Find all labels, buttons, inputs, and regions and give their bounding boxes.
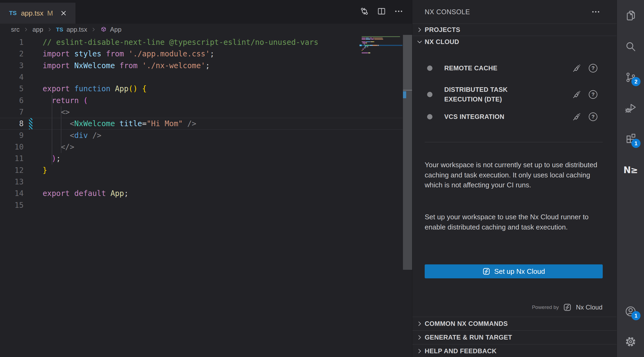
code-line: 10 </>	[0, 141, 403, 153]
divider	[425, 142, 603, 142]
search-icon	[624, 40, 637, 53]
code-line: 11 );	[0, 153, 403, 164]
activity-item-extensions[interactable]: 1	[617, 130, 644, 148]
breadcrumb-folder[interactable]: src	[11, 26, 20, 33]
line-number: 6	[0, 95, 24, 106]
cloud-feature-label: DISTRIBUTED TASK EXECUTION (DTE)	[444, 85, 535, 104]
connect-icon[interactable]	[572, 90, 581, 99]
code-line-text[interactable]: // eslint-disable-next-line @typescript-…	[43, 37, 318, 48]
minimap-line	[362, 51, 402, 52]
more-actions-icon[interactable]	[590, 6, 601, 17]
nx-cloud-icon	[482, 267, 490, 275]
activity-item-settings[interactable]	[617, 332, 644, 351]
chevron-right-icon	[416, 348, 423, 355]
code-line-text[interactable]: </>	[43, 141, 74, 153]
minimap-line	[362, 39, 402, 39]
code-line-text[interactable]: <div />	[43, 130, 101, 141]
activity-item-accounts[interactable]: 1	[617, 302, 644, 321]
line-number: 13	[0, 176, 24, 188]
code-line-text[interactable]: <>	[43, 106, 70, 118]
status-dot-icon	[427, 114, 432, 119]
minimap-line	[362, 40, 402, 41]
powered-by: Powered by Nx Cloud	[532, 300, 602, 315]
code-line-text[interactable]: <NxWelcome title="Hi Mom" />	[43, 118, 196, 129]
code-line-text[interactable]: import NxWelcome from './nx-welcome';	[43, 60, 210, 71]
activity-item-source-control[interactable]: 2	[617, 68, 644, 87]
scrollbar-divider	[403, 90, 412, 90]
connect-icon[interactable]	[572, 112, 581, 121]
code-line: 9 <div />	[0, 130, 403, 141]
indent-guide	[52, 95, 52, 165]
help-icon[interactable]: ?	[589, 112, 597, 121]
code-line-text[interactable]: return (	[43, 95, 88, 106]
chevron-right-icon	[416, 26, 423, 33]
activity-item-explorer[interactable]	[617, 6, 644, 25]
close-icon[interactable]	[59, 9, 68, 18]
nx-cloud-logo-icon	[563, 303, 572, 312]
activity-item-search[interactable]	[617, 37, 644, 56]
more-actions-icon[interactable]	[393, 6, 404, 17]
line-number: 2	[0, 48, 24, 60]
minimap-line	[362, 46, 402, 47]
setup-hint-text: Set up your workspace to use the Nx Clou…	[425, 212, 605, 232]
line-number: 9	[0, 130, 24, 141]
section-nx-cloud[interactable]: NX CLOUD	[412, 36, 617, 48]
code-line: 4	[0, 71, 403, 83]
minimap-line	[362, 45, 402, 46]
cloud-feature-row[interactable]: DISTRIBUTED TASK EXECUTION (DTE)?	[412, 81, 617, 108]
settings-icon	[624, 336, 637, 348]
line-number: 7	[0, 106, 24, 118]
line-number: 8	[0, 118, 24, 129]
badge-count: 1	[631, 311, 641, 320]
modified-line-marker	[403, 91, 406, 98]
help-icon[interactable]: ?	[589, 64, 597, 72]
minimap-line	[362, 38, 402, 38]
editor-region: TS app.tsx M srcappTSapp.tsxApp 1// esli…	[0, 0, 412, 357]
line-number: 5	[0, 83, 24, 94]
section-common-nx-commands[interactable]: COMMON NX COMMANDS	[412, 317, 617, 330]
activity-bar: 21N≥1	[617, 0, 644, 357]
editor-toolbar	[359, 6, 404, 17]
activity-item-nx-console[interactable]: N≥	[617, 161, 644, 179]
line-number: 11	[0, 153, 24, 164]
help-icon[interactable]: ?	[589, 90, 597, 99]
code-editor[interactable]: 1// eslint-disable-next-line @typescript…	[0, 35, 403, 211]
cloud-feature-row[interactable]: REMOTE CACHE?	[412, 61, 617, 75]
typescript-icon: TS	[56, 26, 63, 33]
breadcrumb-separator-icon	[47, 27, 52, 32]
section-generate-run-target[interactable]: GENERATE & RUN TARGET	[412, 330, 617, 344]
minimap-line	[362, 48, 402, 48]
cloud-feature-row[interactable]: VCS INTEGRATION?	[412, 110, 617, 124]
breadcrumb-file[interactable]: app.tsx	[66, 26, 87, 33]
code-line: 5export function App() {	[0, 83, 403, 94]
code-line-text[interactable]: }	[43, 165, 47, 176]
open-changes-icon[interactable]	[359, 6, 370, 17]
minimap[interactable]	[362, 36, 402, 55]
section-help-and-feedback[interactable]: HELP AND FEEDBACK	[412, 344, 617, 357]
section-projects[interactable]: PROJECTS	[412, 24, 617, 36]
tab-app-tsx[interactable]: TS app.tsx M	[0, 3, 76, 24]
scrollbar-slider[interactable]	[403, 35, 412, 90]
nx-console-panel: NX CONSOLE PROJECTS NX CLOUD REMOTE CACH…	[412, 0, 617, 357]
code-line: 3import NxWelcome from './nx-welcome';	[0, 60, 403, 71]
split-editor-icon[interactable]	[376, 6, 387, 17]
code-line-text[interactable]: export default App;	[43, 188, 128, 199]
badge-count: 2	[631, 77, 641, 86]
tab-bar: TS app.tsx M	[0, 0, 412, 24]
status-dot-icon	[427, 65, 432, 71]
breadcrumb-symbol[interactable]: App	[110, 26, 121, 33]
nx-cloud-brand-label: Nx Cloud	[576, 304, 602, 311]
setup-nx-cloud-button[interactable]: Set up Nx Cloud	[425, 264, 603, 278]
editor-scrollbar[interactable]	[403, 35, 412, 270]
line-number: 1	[0, 37, 24, 48]
chevron-right-icon	[416, 334, 423, 341]
minimap-line	[362, 42, 402, 43]
code-line-text[interactable]: export function App() {	[43, 83, 147, 94]
code-line-text[interactable]: import styles from './app.module.css';	[43, 48, 214, 60]
breadcrumb-folder[interactable]: app	[32, 26, 43, 33]
run-debug-icon	[624, 102, 637, 114]
code-line: 7 <>	[0, 106, 403, 118]
connect-icon[interactable]	[572, 64, 581, 73]
activity-item-run-debug[interactable]	[617, 99, 644, 118]
git-modified-gutter-indicator	[29, 118, 32, 129]
